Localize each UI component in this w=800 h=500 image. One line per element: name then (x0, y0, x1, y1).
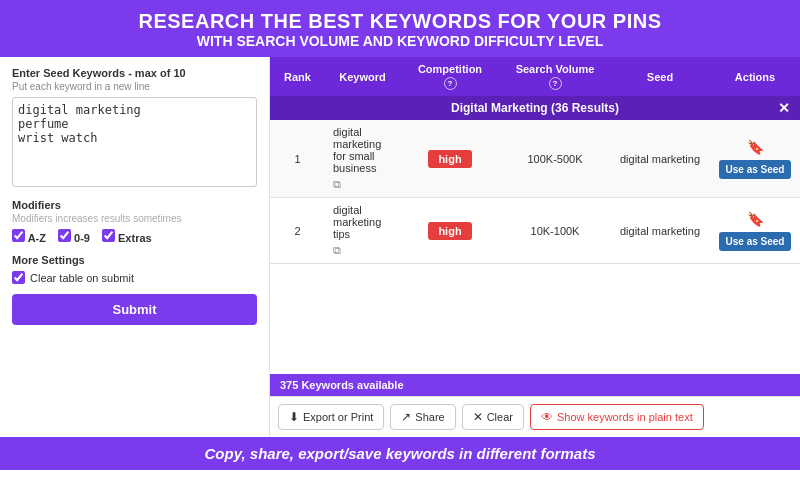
share-icon: ↗ (401, 410, 411, 424)
modifiers-label: Modifiers (12, 199, 257, 211)
bottom-banner: Copy, share, export/save keywords in dif… (0, 437, 800, 470)
use-as-seed-button[interactable]: Use as Seed (719, 160, 792, 179)
group-header-label: Digital Marketing (36 Results) (451, 101, 619, 115)
table-row: 1 digital marketing for small business ⧉… (270, 120, 800, 198)
rank-cell: 1 (270, 147, 325, 171)
action-bar: ⬇ Export or Print ↗ Share ✕ Clear 👁 Show… (270, 396, 800, 437)
clear-icon: ✕ (473, 410, 483, 424)
bookmark-icon[interactable]: 🔖 (747, 139, 764, 155)
checkbox-09[interactable]: 0-9 (58, 229, 90, 244)
col-competition: Competition ? (400, 63, 500, 90)
submit-button[interactable]: Submit (12, 294, 257, 325)
export-print-button[interactable]: ⬇ Export or Print (278, 404, 384, 430)
seed-cell: digital marketing (610, 147, 710, 171)
clear-table-checkbox[interactable] (12, 271, 25, 284)
group-header-row: Digital Marketing (36 Results) ✕ (270, 96, 800, 120)
modifiers-checkboxes: A-Z 0-9 Extras (12, 229, 257, 246)
actions-cell: 🔖 Use as Seed (710, 135, 800, 183)
seed-keywords-sublabel: Put each keyword in a new line (12, 81, 257, 92)
keyword-cell: digital marketing tips ⧉ (325, 198, 400, 263)
competition-info-icon[interactable]: ? (444, 77, 457, 90)
competition-badge: high (428, 222, 471, 240)
clear-button[interactable]: ✕ Clear (462, 404, 524, 430)
seed-keywords-label: Enter Seed Keywords - max of 10 (12, 67, 257, 79)
table-row: 2 digital marketing tips ⧉ high 10K-100K… (270, 198, 800, 264)
page-header: RESEARCH THE BEST KEYWORDS FOR YOUR PINS… (0, 0, 800, 57)
search-volume-info-icon[interactable]: ? (549, 77, 562, 90)
col-seed: Seed (610, 63, 710, 90)
checkbox-extras-input[interactable] (102, 229, 115, 242)
clear-table-row: Clear table on submit (12, 271, 257, 284)
keyword-cell: digital marketing for small business ⧉ (325, 120, 400, 197)
seed-cell: digital marketing (610, 219, 710, 243)
bookmark-icon[interactable]: 🔖 (747, 211, 764, 227)
clear-table-label: Clear table on submit (30, 272, 134, 284)
table-body: 1 digital marketing for small business ⧉… (270, 120, 800, 374)
rank-cell: 2 (270, 219, 325, 243)
keywords-available: 375 Keywords available (280, 379, 404, 391)
main-layout: Enter Seed Keywords - max of 10 Put each… (0, 57, 800, 437)
checkbox-09-input[interactable] (58, 229, 71, 242)
eye-icon: 👁 (541, 410, 553, 424)
col-actions: Actions (710, 63, 800, 90)
checkbox-az[interactable]: A-Z (12, 229, 46, 244)
modifiers-sublabel: Modifiers increases results sometimes (12, 213, 257, 224)
more-settings-label: More Settings (12, 254, 257, 266)
header-title-line1: RESEARCH THE BEST KEYWORDS FOR YOUR PINS (20, 10, 780, 33)
plain-text-button[interactable]: 👁 Show keywords in plain text (530, 404, 704, 430)
copy-keyword-icon[interactable]: ⧉ (333, 178, 341, 191)
checkbox-extras[interactable]: Extras (102, 229, 152, 244)
left-panel: Enter Seed Keywords - max of 10 Put each… (0, 57, 270, 437)
export-icon: ⬇ (289, 410, 299, 424)
col-search-volume: Search Volume ? (500, 63, 610, 90)
actions-cell: 🔖 Use as Seed (710, 207, 800, 255)
table-header: Rank Keyword Competition ? Search Volume… (270, 57, 800, 96)
col-rank: Rank (270, 63, 325, 90)
close-group-icon[interactable]: ✕ (778, 100, 790, 116)
table-footer: 375 Keywords available (270, 374, 800, 396)
copy-keyword-icon[interactable]: ⧉ (333, 244, 341, 257)
seed-keywords-input[interactable]: digital marketing perfume wrist watch (12, 97, 257, 187)
col-keyword: Keyword (325, 63, 400, 90)
competition-cell: high (400, 144, 500, 174)
share-button[interactable]: ↗ Share (390, 404, 455, 430)
right-panel: Rank Keyword Competition ? Search Volume… (270, 57, 800, 437)
use-as-seed-button[interactable]: Use as Seed (719, 232, 792, 251)
checkbox-az-input[interactable] (12, 229, 25, 242)
search-volume-cell: 10K-100K (500, 219, 610, 243)
header-title-line2: WITH SEARCH VOLUME AND KEYWORD DIFFICULT… (20, 33, 780, 49)
search-volume-cell: 100K-500K (500, 147, 610, 171)
competition-cell: high (400, 216, 500, 246)
competition-badge: high (428, 150, 471, 168)
